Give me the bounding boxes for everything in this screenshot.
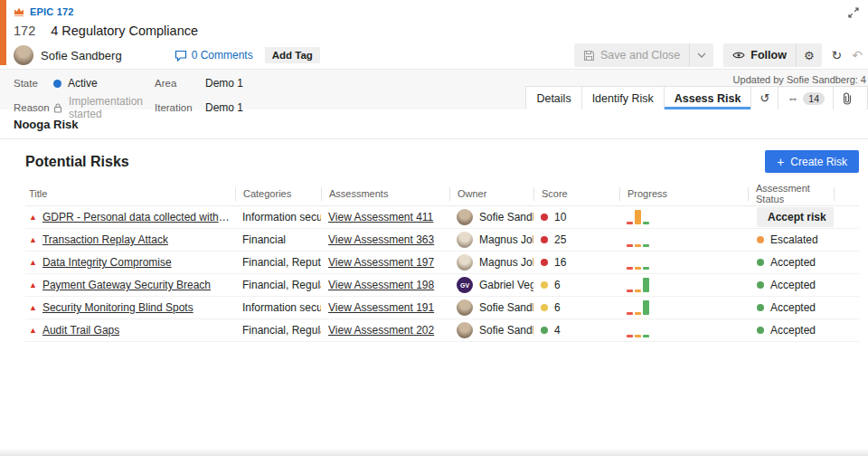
work-item-title-field[interactable]: 4 Regulatory Compliance: [51, 24, 868, 38]
view-assessment-link[interactable]: View Assessment 197: [328, 256, 434, 269]
epic-crown-icon: [14, 7, 24, 16]
risk-warning-icon: ▲: [29, 280, 37, 290]
risk-progress-chart: [619, 229, 748, 251]
comments-link[interactable]: 0 Comments: [175, 49, 253, 62]
progress-bar: [635, 312, 641, 315]
attachments-tab[interactable]: [833, 86, 868, 109]
epic-color-strip: [0, 0, 6, 65]
links-tab[interactable]: ⇔ 14: [778, 86, 834, 109]
risk-title-link[interactable]: Audit Trail Gaps: [42, 324, 119, 337]
reason-label: Reason: [14, 102, 53, 113]
settings-gear-icon[interactable]: ⚙: [796, 43, 822, 67]
area-label: Area: [155, 78, 205, 89]
risk-warning-icon: ▲: [29, 258, 37, 267]
updated-by-text: Updated by Sofie Sandberg: 4: [733, 74, 866, 85]
status-dot-icon: [757, 281, 764, 289]
assessment-status-cell: Accepted: [748, 324, 834, 337]
risk-title-link[interactable]: GDPR - Personal data collected without c…: [42, 211, 235, 223]
score-dot-icon: [541, 281, 548, 289]
follow-group: Follow ⚙: [723, 43, 821, 67]
accept-risk-button[interactable]: Accept risk: [757, 207, 834, 227]
progress-bar: [643, 222, 649, 224]
table-row: ▲ Data Integrity Compromise Financial, R…: [25, 252, 859, 274]
owner-avatar: [457, 299, 473, 316]
view-assessment-link[interactable]: View Assessment 411: [328, 211, 433, 223]
table-row: ▲ Security Monitoring Blind Spots Inform…: [25, 297, 859, 319]
col-assessments: Assessments: [321, 187, 449, 201]
dialog-bottom-shadow: [0, 448, 868, 456]
state-field[interactable]: Active: [53, 77, 155, 90]
expand-dialog-icon[interactable]: [848, 7, 859, 18]
owner-name: Sofie Sandberg: [479, 211, 533, 223]
history-icon[interactable]: ↺: [750, 86, 778, 109]
follow-button[interactable]: Follow: [723, 43, 796, 67]
status-dot-icon: [757, 236, 764, 243]
assessment-status-cell: Accepted: [748, 301, 834, 314]
risk-title-link[interactable]: Payment Gateway Security Breach: [42, 279, 211, 291]
view-assessment-link[interactable]: View Assessment 363: [328, 233, 434, 246]
links-count-badge: 14: [803, 92, 825, 105]
table-row: ▲ Transaction Replay Attack Financial Vi…: [25, 229, 859, 252]
fields-band: State Active Area Demo 1 Reason Implemen…: [0, 69, 868, 109]
progress-bar: [643, 278, 649, 292]
progress-bar: [627, 244, 633, 247]
tab-assess-risk[interactable]: Assess Risk: [664, 86, 752, 109]
view-assessment-link[interactable]: View Assessment 191: [328, 301, 434, 314]
status-text: Escalated: [770, 233, 818, 246]
risk-title-link[interactable]: Security Monitoring Blind Spots: [42, 301, 193, 314]
owner-name: Magnus Johansson: [479, 233, 533, 246]
section-heading: Potential Risks: [25, 154, 129, 170]
save-and-close-group: Save and Close: [574, 43, 713, 67]
score-value: 6: [554, 301, 561, 314]
create-risk-button[interactable]: + Create Risk: [765, 150, 859, 173]
undo-icon[interactable]: ↶: [852, 49, 863, 62]
col-score: Score: [533, 187, 619, 201]
owner-avatar: [457, 322, 473, 338]
assigned-to-name[interactable]: Sofie Sandberg: [41, 49, 122, 62]
refresh-icon[interactable]: ↻: [832, 49, 843, 62]
tab-details[interactable]: Details: [525, 86, 581, 109]
view-assessment-link[interactable]: View Assessment 202: [328, 324, 434, 337]
state-label: State: [14, 78, 53, 89]
tab-identify-risk[interactable]: Identify Risk: [581, 86, 665, 109]
risk-table: Title Categories Assessments Owner Score…: [25, 182, 859, 342]
state-dot-icon: [53, 80, 61, 88]
col-categories: Categories: [235, 187, 321, 201]
work-item-type-link[interactable]: EPIC 172: [30, 6, 74, 17]
risk-title-link[interactable]: Data Integrity Compromise: [42, 256, 172, 269]
risk-categories: Information security...: [235, 211, 321, 223]
save-and-close-button[interactable]: Save and Close: [574, 43, 689, 67]
risk-progress-chart: [619, 297, 748, 318]
owner-name: Gabriel Vega: [479, 279, 533, 291]
risk-warning-icon: ▲: [29, 303, 37, 312]
score-dot-icon: [541, 304, 548, 311]
score-dot-icon: [541, 259, 548, 266]
risk-progress-chart: [619, 252, 748, 273]
risk-categories: Financial, Regulatory: [235, 324, 321, 337]
view-assessment-link[interactable]: View Assessment 198: [328, 279, 434, 291]
status-text: Accepted: [770, 301, 816, 314]
risk-table-body: ▲ GDPR - Personal data collected without…: [25, 206, 859, 342]
owner-avatar: GV: [457, 277, 473, 293]
save-options-chevron-icon[interactable]: [689, 43, 713, 67]
progress-bar: [643, 300, 649, 315]
risk-progress-chart: [619, 319, 748, 341]
score-value: 10: [554, 211, 566, 223]
owner-name: Sofie Sandberg: [479, 301, 533, 314]
assigned-to-avatar[interactable]: [14, 45, 33, 65]
progress-bar: [635, 267, 641, 270]
owner-name: Sofie Sandberg: [479, 324, 533, 337]
risk-title-link[interactable]: Transaction Replay Attack: [42, 233, 168, 246]
progress-bar: [643, 244, 649, 247]
risk-progress-chart: [619, 206, 748, 228]
progress-bar: [627, 267, 633, 270]
status-dot-icon: [757, 327, 764, 334]
plus-icon: +: [777, 156, 784, 168]
progress-bar: [635, 335, 641, 337]
assessment-status-cell: Accepted: [748, 256, 834, 269]
progress-bar: [635, 210, 641, 224]
score-value: 16: [554, 256, 566, 269]
add-tag-button[interactable]: Add Tag: [265, 47, 320, 63]
progress-bar: [627, 290, 633, 292]
progress-bar: [627, 312, 633, 315]
